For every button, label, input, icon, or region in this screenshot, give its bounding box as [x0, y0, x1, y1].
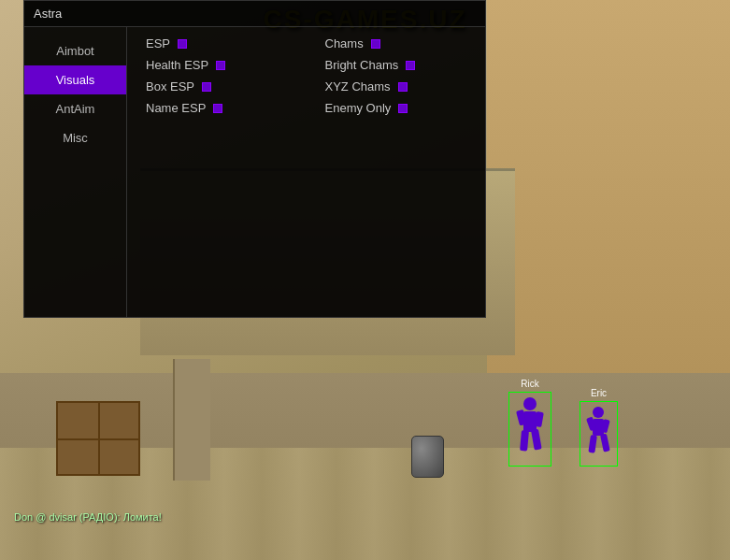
- svg-point-6: [593, 407, 604, 418]
- right-column: Chams Bright Chams XYZ Chams Enemy Only: [325, 36, 467, 308]
- player-rick-box: [508, 392, 551, 467]
- nav-aimbot[interactable]: Aimbot: [24, 36, 126, 65]
- option-xyz-chams: XYZ Chams: [325, 79, 467, 93]
- name-esp-checkbox[interactable]: [213, 104, 222, 113]
- player-rick-figure: [511, 395, 549, 460]
- crate-line-v: [98, 403, 100, 474]
- player-eric-label: Eric: [591, 388, 607, 398]
- box-esp-checkbox[interactable]: [202, 82, 211, 92]
- barrel: [411, 436, 444, 478]
- bright-chams-label: Bright Chams: [325, 58, 399, 72]
- menu-body: Aimbot Visuals AntAim Misc ESP Health ES…: [24, 27, 485, 317]
- esp-checkbox[interactable]: [178, 39, 187, 49]
- pillar: [173, 359, 210, 481]
- option-box-esp: Box ESP: [146, 79, 288, 93]
- player-rick-label: Rick: [521, 379, 538, 389]
- option-enemy-only: Enemy Only: [325, 101, 467, 115]
- enemy-only-label: Enemy Only: [325, 101, 392, 115]
- players-container: Rick Eric: [508, 379, 618, 467]
- option-bright-chams: Bright Chams: [325, 58, 467, 72]
- esp-label: ESP: [146, 36, 170, 50]
- name-esp-label: Name ESP: [146, 101, 206, 115]
- svg-point-0: [523, 397, 537, 410]
- option-name-esp: Name ESP: [146, 101, 288, 115]
- chat-message: Don @ dvisar (РАДIO): Ломита!: [14, 511, 162, 523]
- box-esp-label: Box ESP: [146, 79, 194, 93]
- sidebar: Aimbot Visuals AntAim Misc: [24, 27, 127, 317]
- enemy-only-checkbox[interactable]: [398, 104, 408, 113]
- svg-rect-10: [588, 435, 597, 453]
- chams-checkbox[interactable]: [371, 39, 380, 49]
- xyz-chams-checkbox[interactable]: [398, 82, 408, 92]
- svg-rect-11: [600, 434, 610, 452]
- content-area: ESP Health ESP Box ESP Name ESP: [127, 27, 485, 317]
- left-column: ESP Health ESP Box ESP Name ESP: [146, 36, 288, 308]
- nav-antiaim[interactable]: AntAim: [24, 94, 126, 123]
- nav-misc[interactable]: Misc: [24, 123, 126, 152]
- menu-title: Astra: [24, 1, 485, 27]
- health-esp-label: Health ESP: [146, 58, 208, 72]
- player-rick: Rick: [508, 379, 551, 467]
- xyz-chams-label: XYZ Chams: [325, 79, 391, 93]
- bright-chams-checkbox[interactable]: [406, 61, 415, 70]
- svg-rect-4: [520, 430, 529, 452]
- player-eric: Eric: [580, 388, 618, 467]
- nav-visuals[interactable]: Visuals: [24, 65, 126, 94]
- cheat-menu: Astra Aimbot Visuals AntAim Misc ESP Hea…: [23, 0, 486, 318]
- player-eric-figure: [582, 404, 615, 460]
- option-health-esp: Health ESP: [146, 58, 288, 72]
- crate: [56, 401, 140, 476]
- option-chams: Chams: [325, 36, 467, 50]
- health-esp-checkbox[interactable]: [216, 61, 225, 70]
- svg-rect-5: [531, 429, 542, 451]
- player-eric-box: [580, 401, 618, 467]
- option-esp: ESP: [146, 36, 288, 50]
- chams-label: Chams: [325, 36, 364, 50]
